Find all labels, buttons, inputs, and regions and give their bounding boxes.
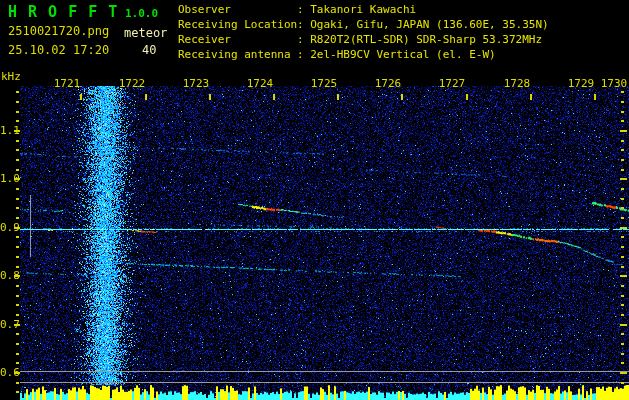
info-label: Receiver (178, 33, 297, 46)
app-title: H R O F F T (8, 5, 118, 20)
x-tick-label: 1726 (375, 77, 402, 90)
mode-label: meteor (124, 27, 167, 39)
y-tick-label: 1.1 (0, 124, 14, 137)
info-separator: : (297, 18, 310, 31)
info-label: Observer (178, 3, 297, 16)
info-value: Ogaki, Gifu, JAPAN (136.60E, 35.35N) (310, 18, 548, 31)
y-tick-label: 0.8 (0, 269, 14, 282)
x-tick-label: 1730 (601, 77, 628, 90)
info-row-observer: Observer: Takanori Kawachi (178, 3, 549, 18)
info-value: R820T2(RTL-SDR) SDR-Sharp 53.372MHz (310, 33, 542, 46)
info-row-receiver: Receiver: R820T2(RTL-SDR) SDR-Sharp 53.3… (178, 33, 549, 48)
x-tick-label: 1722 (119, 77, 146, 90)
info-separator: : (297, 48, 310, 61)
output-filename: 2510021720.png (8, 25, 109, 37)
y-axis-unit-label: kHz (1, 71, 21, 82)
timestamp: 25.10.02 17:20 (8, 44, 109, 56)
x-tick-label: 1723 (183, 77, 210, 90)
x-tick-label: 1727 (439, 77, 466, 90)
y-tick-label: 0.7 (0, 318, 14, 331)
x-tick-label: 1729 (568, 77, 595, 90)
x-tick-label: 1728 (504, 77, 531, 90)
info-row-location: Receiving Location: Ogaki, Gifu, JAPAN (… (178, 18, 549, 33)
y-tick-label: 0.6 (0, 366, 14, 379)
info-label: Receiving Location (178, 18, 297, 31)
info-row-antenna: Receiving antenna: 2el-HB9CV Vertical (e… (178, 48, 549, 63)
info-separator: : (297, 33, 310, 46)
info-value: 2el-HB9CV Vertical (el. E-W) (310, 48, 495, 61)
x-tick-label: 1724 (247, 77, 274, 90)
info-label: Receiving antenna (178, 48, 297, 61)
info-value: Takanori Kawachi (310, 3, 416, 16)
info-separator: : (297, 3, 310, 16)
hrofft-window: H R O F F T 1.0.0 2510021720.png meteor … (0, 0, 629, 400)
x-tick-label: 1725 (311, 77, 338, 90)
y-tick-label: 0.9 (0, 221, 14, 234)
app-version: 1.0.0 (125, 8, 158, 19)
echo-count: 40 (142, 44, 156, 56)
x-tick-label: 1721 (54, 77, 81, 90)
y-tick-label: 1.0 (0, 172, 14, 185)
receiver-info: Observer: Takanori Kawachi Receiving Loc… (178, 3, 549, 63)
